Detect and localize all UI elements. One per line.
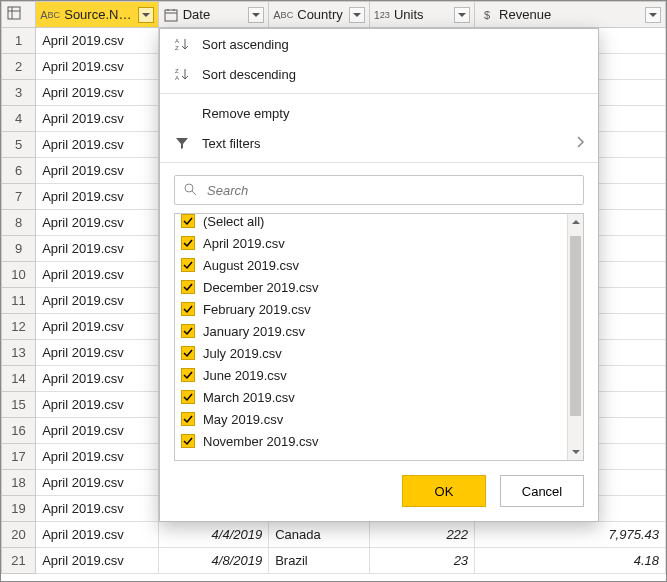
checkbox-checked-icon[interactable] [181, 324, 195, 338]
filter-value-item[interactable]: July 2019.csv [181, 342, 561, 364]
cell-source[interactable]: April 2019.csv [36, 392, 159, 418]
row-number[interactable]: 21 [2, 548, 36, 574]
svg-text:A: A [175, 38, 179, 44]
filter-dropdown-toggle[interactable] [454, 7, 470, 23]
checkbox-checked-icon[interactable] [181, 236, 195, 250]
row-number[interactable]: 12 [2, 314, 36, 340]
rownum-header[interactable] [2, 2, 36, 28]
sort-descending[interactable]: ZA Sort descending [160, 59, 598, 89]
cell-country[interactable]: Brazil [269, 548, 369, 574]
cell-units[interactable]: 222 [369, 522, 474, 548]
filter-value-item[interactable]: December 2019.csv [181, 276, 561, 298]
cell-units[interactable]: 23 [369, 548, 474, 574]
filter-value-item[interactable]: (Select all) [181, 214, 561, 232]
column-header-country[interactable]: ABC Country [269, 2, 369, 28]
row-number[interactable]: 5 [2, 132, 36, 158]
filter-value-item[interactable]: February 2019.csv [181, 298, 561, 320]
row-number[interactable]: 16 [2, 418, 36, 444]
filter-dropdown-toggle[interactable] [645, 7, 661, 23]
filter-value-item[interactable]: April 2019.csv [181, 232, 561, 254]
row-number[interactable]: 14 [2, 366, 36, 392]
cell-country[interactable]: Canada [269, 522, 369, 548]
svg-rect-3 [165, 10, 177, 21]
cell-source[interactable]: April 2019.csv [36, 28, 159, 54]
checkbox-checked-icon[interactable] [181, 434, 195, 448]
funnel-icon [174, 136, 190, 150]
cell-revenue[interactable]: 7,975.43 [475, 522, 666, 548]
cell-source[interactable]: April 2019.csv [36, 184, 159, 210]
cell-source[interactable]: April 2019.csv [36, 340, 159, 366]
cell-source[interactable]: April 2019.csv [36, 522, 159, 548]
cancel-button[interactable]: Cancel [500, 475, 584, 507]
cell-source[interactable]: April 2019.csv [36, 236, 159, 262]
cell-source[interactable]: April 2019.csv [36, 470, 159, 496]
checkbox-checked-icon[interactable] [181, 280, 195, 294]
row-number[interactable]: 15 [2, 392, 36, 418]
scrollbar[interactable] [567, 214, 583, 460]
filter-search[interactable] [174, 175, 584, 205]
row-number[interactable]: 2 [2, 54, 36, 80]
checkbox-checked-icon[interactable] [181, 302, 195, 316]
scroll-down-icon[interactable] [568, 444, 583, 460]
filter-value-item[interactable]: August 2019.csv [181, 254, 561, 276]
filter-dropdown-toggle[interactable] [138, 7, 154, 23]
cell-source[interactable]: April 2019.csv [36, 262, 159, 288]
cell-source[interactable]: April 2019.csv [36, 496, 159, 522]
filter-value-item[interactable]: January 2019.csv [181, 320, 561, 342]
sort-ascending[interactable]: AZ Sort ascending [160, 29, 598, 59]
cell-date[interactable]: 4/4/2019 [158, 522, 268, 548]
row-number[interactable]: 19 [2, 496, 36, 522]
cell-revenue[interactable]: 4.18 [475, 548, 666, 574]
scroll-up-icon[interactable] [568, 214, 583, 230]
cell-source[interactable]: April 2019.csv [36, 106, 159, 132]
filter-search-input[interactable] [205, 182, 575, 199]
scroll-thumb[interactable] [570, 236, 581, 416]
column-header-date[interactable]: Date [158, 2, 268, 28]
filter-value-item[interactable]: November 2019.csv [181, 430, 561, 452]
table-row[interactable]: 21April 2019.csv4/8/2019Brazil234.18 [2, 548, 666, 574]
cell-source[interactable]: April 2019.csv [36, 210, 159, 236]
checkbox-checked-icon[interactable] [181, 214, 195, 228]
checkbox-checked-icon[interactable] [181, 412, 195, 426]
cell-date[interactable]: 4/8/2019 [158, 548, 268, 574]
ok-button[interactable]: OK [402, 475, 486, 507]
row-number[interactable]: 3 [2, 80, 36, 106]
checkbox-checked-icon[interactable] [181, 390, 195, 404]
cell-source[interactable]: April 2019.csv [36, 54, 159, 80]
row-number[interactable]: 13 [2, 340, 36, 366]
table-row[interactable]: 20April 2019.csv4/4/2019Canada2227,975.4… [2, 522, 666, 548]
cell-source[interactable]: April 2019.csv [36, 132, 159, 158]
row-number[interactable]: 17 [2, 444, 36, 470]
cell-source[interactable]: April 2019.csv [36, 158, 159, 184]
filter-value-item[interactable]: May 2019.csv [181, 408, 561, 430]
cell-source[interactable]: April 2019.csv [36, 418, 159, 444]
filter-dropdown-toggle[interactable] [349, 7, 365, 23]
column-header-revenue[interactable]: $ Revenue [475, 2, 666, 28]
checkbox-checked-icon[interactable] [181, 346, 195, 360]
column-header-source[interactable]: ABC Source.Name [36, 2, 159, 28]
filter-value-item[interactable]: June 2019.csv [181, 364, 561, 386]
text-filters[interactable]: Text filters [160, 128, 598, 158]
row-number[interactable]: 4 [2, 106, 36, 132]
row-number[interactable]: 20 [2, 522, 36, 548]
cell-source[interactable]: April 2019.csv [36, 548, 159, 574]
cell-source[interactable]: April 2019.csv [36, 288, 159, 314]
row-number[interactable]: 10 [2, 262, 36, 288]
column-header-units[interactable]: 123 Units [369, 2, 474, 28]
row-number[interactable]: 7 [2, 184, 36, 210]
row-number[interactable]: 9 [2, 236, 36, 262]
cell-source[interactable]: April 2019.csv [36, 366, 159, 392]
row-number[interactable]: 8 [2, 210, 36, 236]
cell-source[interactable]: April 2019.csv [36, 80, 159, 106]
filter-value-item[interactable]: March 2019.csv [181, 386, 561, 408]
row-number[interactable]: 18 [2, 470, 36, 496]
cell-source[interactable]: April 2019.csv [36, 444, 159, 470]
remove-empty[interactable]: Remove empty [160, 98, 598, 128]
filter-dropdown-toggle[interactable] [248, 7, 264, 23]
cell-source[interactable]: April 2019.csv [36, 314, 159, 340]
row-number[interactable]: 11 [2, 288, 36, 314]
checkbox-checked-icon[interactable] [181, 258, 195, 272]
checkbox-checked-icon[interactable] [181, 368, 195, 382]
row-number[interactable]: 6 [2, 158, 36, 184]
row-number[interactable]: 1 [2, 28, 36, 54]
